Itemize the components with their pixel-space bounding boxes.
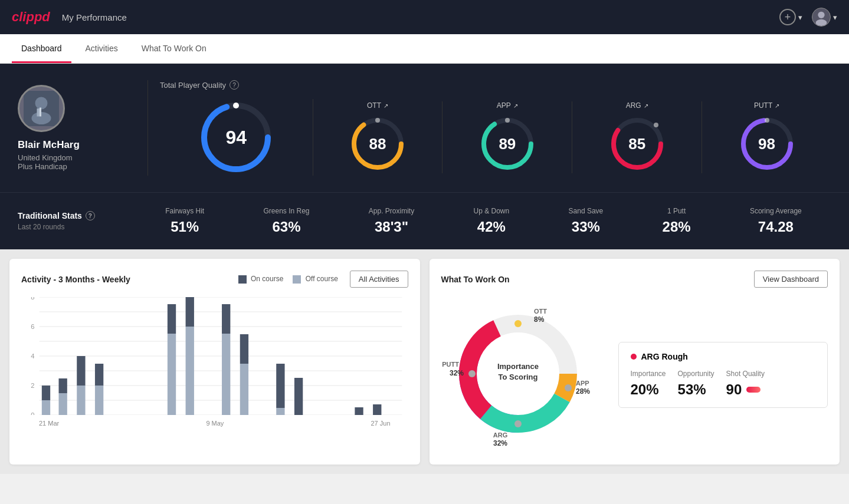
svg-point-9 [233, 103, 239, 108]
svg-text:2: 2 [31, 382, 34, 389]
stat-label-1putt: 1 Putt [663, 207, 691, 215]
view-dashboard-button[interactable]: View Dashboard [754, 271, 828, 288]
svg-rect-5 [37, 108, 40, 117]
svg-text:6: 6 [31, 323, 34, 330]
help-icon[interactable]: ? [230, 80, 239, 90]
svg-rect-57 [373, 404, 381, 415]
detail-metrics: Importance 20% Opportunity 53% Shot Qual… [631, 370, 816, 398]
activity-chart-title: Activity - 3 Months - Weekly [21, 275, 130, 284]
gauge-ott: OTT ↗ 88 [313, 101, 443, 173]
stat-1putt: 1 Putt 28% [663, 207, 691, 235]
gauge-svg-app: 89 [478, 114, 537, 173]
header-title: My Performance [62, 12, 127, 22]
detail-metric-label-shot-quality: Shot Quality [726, 370, 765, 378]
header: clippd My Performance + ▾ ▾ [0, 0, 849, 34]
tabs-nav: Dashboard Activities What To Work On [0, 34, 849, 64]
svg-text:OTT: OTT [534, 308, 547, 315]
gauge-svg-ott: 88 [348, 114, 407, 173]
player-info: Blair McHarg United Kingdom Plus Handica… [18, 85, 136, 171]
legend-on-course-dot [238, 275, 247, 284]
svg-text:PUTT: PUTT [442, 361, 459, 368]
svg-rect-49 [222, 304, 230, 334]
stat-value-fairways: 51% [165, 219, 204, 235]
chart-x-labels: 21 Mar 9 May 27 Jun [21, 420, 408, 427]
donut-area: Importance To Scoring OTT 8% APP 28% ARG… [441, 297, 828, 453]
stat-greens: Greens In Reg 63% [263, 207, 309, 235]
user-profile-button[interactable]: ▾ [812, 8, 837, 27]
gauge-value-arg: 85 [628, 135, 645, 153]
svg-point-12 [375, 118, 380, 123]
tab-what-to-work-on[interactable]: What To Work On [132, 35, 216, 63]
detail-metric-label-importance: Importance [631, 370, 666, 378]
svg-point-63 [514, 320, 522, 327]
svg-text:Importance: Importance [497, 362, 538, 371]
legend-off-course-dot [293, 275, 301, 284]
svg-rect-55 [294, 378, 303, 415]
svg-rect-6 [40, 108, 41, 117]
tab-dashboard[interactable]: Dashboard [12, 35, 71, 63]
svg-point-64 [565, 384, 572, 391]
svg-point-15 [505, 118, 510, 123]
stat-scoring: Scoring Average 74.28 [750, 207, 802, 235]
gauge-app: APP ↗ 89 [442, 101, 572, 173]
wtwo-title: What To Work On [441, 275, 510, 284]
chart-label-may: 9 May [206, 420, 224, 427]
tab-activities[interactable]: Activities [76, 35, 127, 63]
detail-metric-opportunity: Opportunity 53% [678, 370, 714, 398]
svg-rect-39 [59, 378, 67, 393]
svg-rect-38 [59, 393, 67, 415]
stat-proximity: App. Proximity 38'3" [369, 207, 414, 235]
svg-rect-51 [240, 334, 248, 364]
donut-svg: Importance To Scoring OTT 8% APP 28% ARG… [441, 297, 607, 450]
vertical-divider [147, 80, 148, 176]
svg-rect-36 [42, 400, 50, 415]
svg-point-0 [818, 12, 824, 18]
svg-rect-50 [240, 364, 248, 415]
stat-label-scoring: Scoring Average [750, 207, 802, 215]
gauge-putt: PUTT ↗ 98 [702, 101, 831, 173]
svg-rect-41 [77, 356, 85, 386]
detail-metric-label-opportunity: Opportunity [678, 370, 714, 378]
svg-rect-56 [355, 407, 363, 415]
profile-chevron: ▾ [833, 13, 837, 22]
gauge-value-putt: 98 [758, 135, 775, 153]
logo[interactable]: clippd [12, 9, 50, 25]
detail-title-dot [631, 354, 637, 360]
detail-metric-value-opportunity: 53% [678, 381, 714, 398]
player-avatar [18, 85, 65, 132]
stats-row: Traditional Stats ? Last 20 rounds Fairw… [0, 192, 849, 249]
svg-text:32%: 32% [493, 439, 507, 447]
all-activities-button[interactable]: All Activities [350, 271, 408, 288]
svg-rect-52 [276, 408, 284, 415]
donut-chart-wrap: Importance To Scoring OTT 8% APP 28% ARG… [441, 297, 607, 453]
detail-card-title: ARG Rough [631, 352, 816, 361]
svg-text:32%: 32% [449, 369, 463, 377]
stats-label-col: Traditional Stats ? Last 20 rounds [18, 211, 136, 231]
shot-quality-row: 90 [726, 381, 765, 398]
bottom-panels: Activity - 3 Months - Weekly On course O… [0, 249, 849, 474]
wtwo-panel-header: What To Work On View Dashboard [441, 271, 828, 288]
svg-point-66 [468, 370, 476, 377]
gauge-total: 94 [160, 99, 313, 176]
player-name: Blair McHarg [18, 139, 136, 151]
gauge-value-app: 89 [499, 135, 516, 153]
svg-text:28%: 28% [576, 387, 590, 396]
stat-value-sandsave: 33% [569, 219, 604, 235]
svg-text:To Scoring: To Scoring [498, 373, 537, 381]
stats-help-icon[interactable]: ? [86, 211, 95, 220]
stat-label-sandsave: Sand Save [569, 207, 604, 215]
header-left: clippd My Performance [12, 9, 127, 25]
detail-metric-shot-quality: Shot Quality 90 [726, 370, 765, 398]
svg-point-65 [514, 420, 522, 427]
gauge-value-total: 94 [226, 127, 247, 149]
svg-text:ARG: ARG [493, 431, 507, 439]
stat-sandsave: Sand Save 33% [569, 207, 604, 235]
header-right: + ▾ ▾ [779, 8, 837, 27]
add-button[interactable]: + ▾ [779, 9, 802, 25]
svg-rect-43 [95, 364, 103, 386]
svg-point-18 [654, 123, 658, 127]
player-handicap: Plus Handicap [18, 162, 136, 171]
stat-fairways: Fairways Hit 51% [165, 207, 204, 235]
stat-items: Fairways Hit 51% Greens In Reg 63% App. … [136, 207, 831, 235]
svg-text:APP: APP [576, 380, 589, 387]
